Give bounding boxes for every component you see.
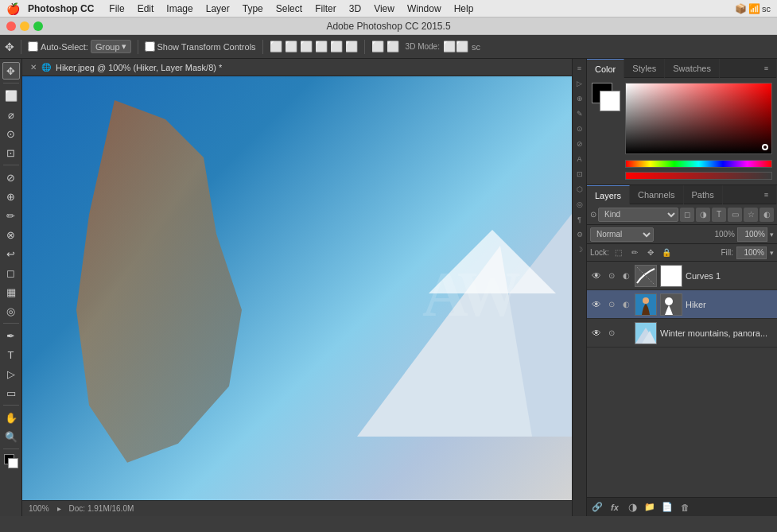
fill-dropdown-icon[interactable]: ▾ [770, 249, 774, 257]
type-tool[interactable]: T [2, 346, 20, 363]
color-alpha-bar[interactable] [625, 172, 772, 180]
menu-3d[interactable]: 3D [344, 0, 367, 17]
gradient-tool[interactable]: ▦ [2, 283, 20, 301]
apple-menu[interactable]: 🍎 [6, 2, 20, 15]
crop-tool[interactable]: ⊡ [2, 144, 20, 161]
tab-paths[interactable]: Paths [684, 185, 723, 204]
zoom-tool[interactable]: 🔍 [2, 428, 20, 445]
menu-window[interactable]: Window [402, 0, 447, 17]
link-layers-btn[interactable]: 🔗 [590, 500, 604, 515]
quick-select-tool[interactable]: ⊙ [2, 125, 20, 142]
marquee-tool[interactable]: ⬜ [2, 87, 20, 104]
filter-adjust-btn[interactable]: ◑ [696, 208, 710, 222]
layer-visibility-hiker[interactable]: 👁 [590, 299, 603, 310]
distribute-v-icon[interactable]: ⬜ [387, 41, 399, 52]
filter-type-btn[interactable]: T [712, 208, 726, 222]
auto-select-group-dropdown[interactable]: Group ▾ [91, 40, 131, 53]
menu-image[interactable]: Image [161, 0, 198, 17]
auto-select-checkbox[interactable] [28, 41, 38, 52]
tab-channels[interactable]: Channels [630, 185, 683, 204]
lasso-tool[interactable]: ⌀ [2, 106, 20, 123]
menu-edit[interactable]: Edit [132, 0, 160, 17]
layer-row-mountains[interactable]: 👁 ⊙ Winter mountains, panora... [587, 319, 777, 348]
lock-move-btn[interactable]: ✥ [644, 247, 657, 259]
blend-mode-select[interactable]: Normal [590, 227, 654, 242]
canvas-tab-title[interactable]: Hiker.jpeg @ 100% (Hiker, Layer Mask/8) … [56, 63, 222, 72]
align-right-icon[interactable]: ⬜ [300, 41, 313, 52]
color-spectrum[interactable] [625, 83, 772, 154]
r-icon-2[interactable]: ▷ [573, 77, 586, 90]
tab-swatches[interactable]: Swatches [665, 59, 720, 78]
new-layer-btn[interactable]: 📄 [660, 500, 674, 515]
tab-color[interactable]: Color [587, 59, 624, 78]
filter-shape-btn[interactable]: ▭ [728, 208, 742, 222]
r-icon-3[interactable]: ⊕ [573, 92, 586, 105]
r-icon-9[interactable]: ⬡ [573, 183, 586, 196]
menu-help[interactable]: Help [449, 0, 480, 17]
close-button[interactable] [6, 21, 16, 31]
spot-heal-tool[interactable]: ⊕ [2, 188, 20, 205]
r-icon-5[interactable]: ⊙ [573, 122, 586, 135]
r-icon-8[interactable]: ⊡ [573, 168, 586, 181]
color-panel-menu[interactable]: ≡ [756, 59, 777, 78]
menu-select[interactable]: Select [270, 0, 308, 17]
foreground-color-swatch[interactable] [2, 452, 20, 470]
layer-visibility-mountains[interactable]: 👁 [590, 328, 603, 339]
clone-tool[interactable]: ⊗ [2, 226, 20, 243]
history-brush-tool[interactable]: ↩ [2, 245, 20, 262]
eraser-tool[interactable]: ◻ [2, 264, 20, 282]
distribute-h-icon[interactable]: ⬜ [371, 41, 384, 52]
new-group-btn[interactable]: 📁 [643, 500, 657, 515]
tab-styles[interactable]: Styles [624, 59, 665, 78]
canvas-content[interactable]: AW [22, 76, 572, 500]
opacity-dropdown-icon[interactable]: ▾ [770, 231, 774, 239]
filter-smart-btn[interactable]: ☆ [744, 208, 758, 222]
eyedropper-tool[interactable]: ⊘ [2, 169, 20, 186]
maximize-button[interactable] [33, 21, 43, 31]
align-center-v-icon[interactable]: ⬜ [330, 41, 343, 52]
delete-layer-btn[interactable]: 🗑 [678, 500, 692, 515]
menu-filter[interactable]: Filter [309, 0, 342, 17]
r-icon-1[interactable]: ≡ [573, 62, 586, 75]
r-icon-12[interactable]: ⚙ [573, 228, 586, 241]
pen-tool[interactable]: ✒ [2, 327, 20, 344]
spectrum-cursor[interactable] [762, 144, 768, 150]
lock-all-btn[interactable]: 🔒 [660, 247, 673, 259]
lock-paint-btn[interactable]: ✏ [628, 247, 641, 259]
r-icon-6[interactable]: ⊘ [573, 138, 586, 150]
filter-toggle-btn[interactable]: ◐ [760, 208, 774, 222]
filter-pixel-btn[interactable]: ◻ [680, 208, 694, 222]
shape-tool[interactable]: ▭ [2, 384, 20, 402]
menu-layer[interactable]: Layer [200, 0, 235, 17]
dodge-tool[interactable]: ◎ [2, 302, 20, 320]
layer-row-hiker[interactable]: 👁 ⊙ ◐ [587, 290, 777, 319]
hand-tool[interactable]: ✋ [2, 409, 20, 426]
r-icon-11[interactable]: ¶ [573, 213, 586, 226]
fill-input[interactable] [736, 247, 767, 259]
show-transform-controls-checkbox[interactable] [145, 41, 155, 52]
layer-row-curves1[interactable]: 👁 ⊙ ◐ Curves 1 [587, 262, 777, 290]
move-tool[interactable]: ✥ [2, 62, 20, 80]
lock-transparent-btn[interactable]: ⬚ [612, 247, 625, 259]
menu-file[interactable]: File [103, 0, 130, 17]
r-icon-13[interactable]: ☽ [573, 243, 586, 256]
align-center-h-icon[interactable]: ⬜ [285, 41, 297, 52]
r-icon-4[interactable]: ✎ [573, 107, 586, 120]
align-bottom-icon[interactable]: ⬜ [345, 41, 358, 52]
menu-type[interactable]: Type [237, 0, 269, 17]
background-color[interactable] [600, 91, 620, 111]
minimize-button[interactable] [20, 21, 29, 31]
align-top-icon[interactable]: ⬜ [315, 41, 328, 52]
tab-layers[interactable]: Layers [587, 185, 630, 204]
color-hue-bar[interactable] [625, 160, 772, 168]
r-icon-10[interactable]: ◎ [573, 198, 586, 211]
align-left-icon[interactable]: ⬜ [270, 41, 282, 52]
path-select-tool[interactable]: ▷ [2, 365, 20, 382]
layers-panel-menu[interactable]: ≡ [756, 185, 777, 204]
canvas-arrow-btn[interactable]: ▸ [57, 504, 61, 513]
filter-kind-select[interactable]: Kind [598, 208, 678, 222]
add-adjustment-btn[interactable]: ◑ [625, 500, 639, 515]
layer-fx-btn[interactable]: fx [608, 500, 622, 515]
menu-view[interactable]: View [368, 0, 400, 17]
layer-visibility-curves1[interactable]: 👁 [590, 270, 603, 282]
